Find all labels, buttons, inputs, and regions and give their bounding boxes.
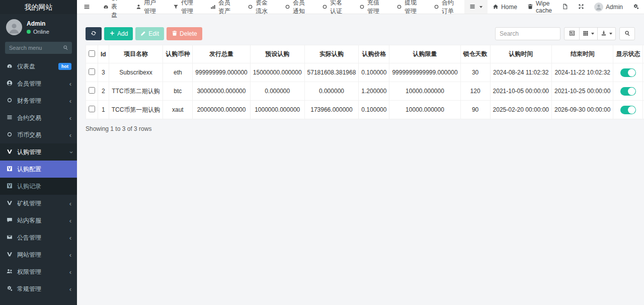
delete-label: Delete <box>180 30 197 37</box>
sidebar-search-button[interactable] <box>59 42 72 54</box>
sidebar-item-members[interactable]: 会员管理 ‹ <box>0 75 77 92</box>
col-start-time: 认购时间 <box>490 45 551 63</box>
col-status: 显示状态 <box>613 45 643 63</box>
sidebar-item-announcements[interactable]: 公告管理 ‹ <box>0 229 77 246</box>
sidebar-item-finance[interactable]: 财务管理 ‹ <box>0 92 77 109</box>
columns-button[interactable] <box>580 27 598 40</box>
trash-icon <box>172 30 178 37</box>
sidebar-item-website[interactable]: 网站管理 ‹ <box>0 246 77 263</box>
cell-end-time: 2021-10-25 00:00:00 <box>552 82 613 101</box>
file-icon <box>562 4 568 11</box>
tab-member-assets[interactable]: 会员资产 <box>204 0 241 14</box>
table-row[interactable]: 2 TTC币第二期认购 btc 30000000.000000 0.000000… <box>86 82 644 101</box>
sidebar-item-miners[interactable]: 矿机管理 ‹ <box>0 195 77 212</box>
tab-withdraw[interactable]: 提现管理 <box>390 0 427 14</box>
file-button[interactable] <box>557 0 573 14</box>
user-menu[interactable]: Admin <box>589 0 628 14</box>
tab-fund-flow[interactable]: 资金流水 <box>241 0 278 14</box>
edit-button[interactable]: Edit <box>135 27 164 40</box>
tab-label: 合约订单 <box>442 0 458 16</box>
tab-agents[interactable]: 代理管理 <box>167 0 204 14</box>
user-panel: Admin Online <box>0 14 77 39</box>
sidebar-item-label: 常规管理 <box>17 285 41 293</box>
sidebar-item-support[interactable]: 站内客服 ‹ <box>0 212 77 229</box>
add-button[interactable]: Add <box>104 27 133 40</box>
circle-icon <box>359 4 365 10</box>
export-icon <box>601 30 607 37</box>
tab-users[interactable]: 用户管理 <box>129 0 167 14</box>
toolbar-right <box>495 27 635 40</box>
cell-coin: xaut <box>163 101 193 119</box>
chevron-left-icon: ‹ <box>69 217 71 224</box>
sidebar-search-input[interactable] <box>5 42 59 54</box>
fullscreen-button[interactable] <box>573 0 589 14</box>
cell-end-time: 2024-11-22 10:02:32 <box>552 63 613 82</box>
tab-member-notify[interactable]: 会员通知 <box>278 0 315 14</box>
sidebar-item-dashboard[interactable]: 仪表盘 hot <box>0 58 77 75</box>
search-button[interactable] <box>619 27 635 40</box>
sidebar-toggle-button[interactable] <box>77 3 97 11</box>
hot-badge: hot <box>58 63 71 70</box>
select-all-checkbox[interactable] <box>89 50 95 57</box>
settings-button[interactable] <box>628 0 644 14</box>
table-row[interactable]: 1 TCC币第一期认购 xaut 20000000.000000 1000000… <box>86 101 644 119</box>
tab-label: 提现管理 <box>405 0 421 16</box>
tab-deposit[interactable]: 充值管理 <box>353 0 390 14</box>
row-checkbox[interactable] <box>89 87 95 94</box>
export-button[interactable] <box>598 27 616 40</box>
wipe-cache-button[interactable]: Wipe cache <box>522 0 557 14</box>
status-toggle[interactable] <box>620 106 636 114</box>
v-square-icon <box>6 166 13 173</box>
list-icon <box>469 4 475 11</box>
sidebar-menu: 仪表盘 hot 会员管理 ‹ 财务管理 ‹ 合约交易 ‹ 币币交易 ‹ <box>0 58 77 297</box>
chevron-left-icon: ‹ <box>69 81 71 87</box>
refresh-button[interactable] <box>86 27 102 40</box>
tab-label: 会员资产 <box>218 0 234 16</box>
sidebar-item-subscription[interactable]: 认购管理 ‹ <box>0 143 77 161</box>
row-checkbox[interactable] <box>89 106 95 112</box>
home-link[interactable]: Home <box>488 0 522 14</box>
cell-start-time: 2021-10-05 00:00:00 <box>490 82 551 101</box>
cell-project-name: Subscribexx <box>109 63 163 82</box>
sidebar-item-label: 会员管理 <box>17 80 41 88</box>
chevron-left-icon: ‹ <box>69 286 71 292</box>
comment-icon <box>6 217 13 224</box>
user-icon <box>136 4 141 10</box>
col-actual: 实际认购 <box>304 45 359 63</box>
tab-kyc[interactable]: 实名认证 <box>315 0 353 14</box>
col-total-issue: 发行总量 <box>193 45 250 63</box>
user-menu-label: Admin <box>606 4 623 11</box>
delete-button[interactable]: Delete <box>167 27 202 40</box>
add-label: Add <box>117 30 128 37</box>
sidebar-item-label: 财务管理 <box>17 97 41 105</box>
v-icon <box>6 148 13 156</box>
chevron-left-icon: ‹ <box>69 115 71 121</box>
sidebar-item-coin-trade[interactable]: 币币交易 ‹ <box>0 126 77 143</box>
table-search-input[interactable] <box>495 27 560 40</box>
card-view-button[interactable] <box>564 27 580 40</box>
sidebar-item-subscription-records[interactable]: 认购记录 <box>0 178 77 195</box>
status-toggle[interactable] <box>620 68 636 77</box>
sidebar-item-contract-trade[interactable]: 合约交易 ‹ <box>0 109 77 126</box>
sidebar-item-label: 仪表盘 <box>17 62 35 71</box>
tab-list-dropdown[interactable] <box>464 0 488 14</box>
tab-contract-orders[interactable]: 合约订单 <box>427 0 464 14</box>
sidebar-item-permissions[interactable]: 权限管理 ‹ <box>0 263 77 280</box>
sidebar-item-general[interactable]: 常规管理 ‹ <box>0 280 77 297</box>
tab-dashboard[interactable]: 仪表盘 <box>97 0 129 14</box>
caret-down-icon <box>591 33 594 35</box>
cell-total-issue: 999999999.000000 <box>193 63 250 82</box>
row-checkbox[interactable] <box>89 68 95 75</box>
admin-app: 我的网站 Admin Online 仪表盘 hot 会员管理 ‹ <box>0 0 644 305</box>
table-row[interactable]: 3 Subscribexx eth 999999999.000000 15000… <box>86 63 644 82</box>
filter-icon <box>173 4 179 10</box>
card-view-icon <box>569 30 575 37</box>
cell-coin: eth <box>163 63 193 82</box>
sidebar-item-subscription-config[interactable]: 认购配置 <box>0 161 77 178</box>
sidebar-item-label: 公告管理 <box>17 234 41 242</box>
home-icon <box>493 4 499 11</box>
sidebar-item-label: 网站管理 <box>17 251 41 259</box>
status-toggle[interactable] <box>620 87 636 96</box>
chevron-left-icon: ‹ <box>69 200 71 207</box>
site-logo[interactable]: 我的网站 <box>0 0 77 14</box>
